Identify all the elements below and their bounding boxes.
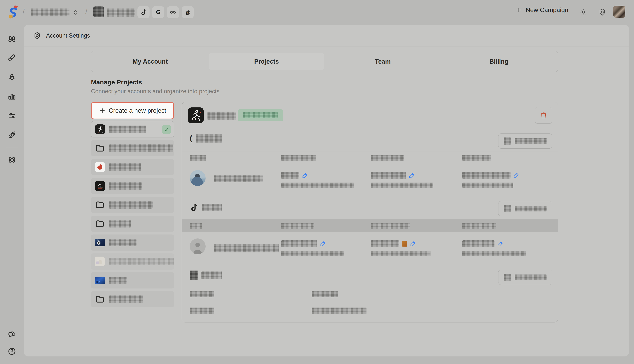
plus-icon: [99, 107, 106, 114]
create-project-button[interactable]: Create a new project: [91, 102, 174, 119]
col-header-redacted: [371, 155, 404, 161]
sliders-icon: [8, 112, 16, 121]
faded-thumb-icon: [95, 256, 104, 266]
tab-billing[interactable]: Billing: [442, 53, 556, 70]
chevrons-up-down-icon[interactable]: [72, 8, 78, 16]
account-name-redacted: [214, 244, 279, 252]
section1-title: (: [190, 134, 222, 142]
account-id-redacted: [462, 251, 526, 256]
settings-tabbar: My AccountProjectsTeamBilling: [91, 51, 558, 72]
cell-value: [462, 240, 504, 247]
section1-add-account-button[interactable]: [498, 134, 552, 148]
value-redacted: [281, 172, 299, 179]
tab-projects[interactable]: Projects: [209, 53, 324, 70]
create-project-label: Create a new project: [109, 107, 166, 114]
user-avatar[interactable]: [613, 6, 625, 18]
left-rail: [0, 25, 24, 166]
breadcrumb-separator: /: [85, 8, 88, 16]
app-logo-icon[interactable]: [8, 4, 19, 20]
edit-icon[interactable]: [410, 240, 416, 247]
project-item-8[interactable]: [91, 253, 174, 270]
edit-icon[interactable]: [302, 172, 308, 178]
chevrons-up-down-icon[interactable]: [186, 8, 192, 16]
rail-item-atom[interactable]: [6, 154, 18, 166]
account-id-redacted: [281, 182, 354, 188]
edit-icon[interactable]: [513, 172, 520, 178]
google-icon: G: [155, 9, 162, 16]
project-item-9[interactable]: [91, 272, 174, 288]
left-rail-bottom: [0, 329, 24, 358]
project-name-redacted: [109, 296, 143, 303]
chip-tiktok[interactable]: [138, 6, 150, 18]
project-avatar: [188, 108, 204, 123]
account-id-redacted: [371, 182, 433, 188]
col-header-redacted: [462, 223, 496, 229]
edit-icon[interactable]: [497, 240, 504, 247]
rail-item-chat[interactable]: [6, 329, 18, 340]
project-name-redacted[interactable]: [107, 8, 135, 17]
section2-add-account-button[interactable]: [498, 201, 552, 216]
project-item-5[interactable]: [91, 197, 174, 213]
project-name-redacted: [109, 276, 127, 284]
cell-value: [371, 172, 415, 179]
account-id-redacted: [462, 182, 513, 188]
edit-icon[interactable]: [320, 240, 326, 247]
divider: [182, 286, 558, 286]
badge-text-redacted: [243, 112, 278, 118]
new-campaign-label: New Campaign: [526, 6, 568, 14]
rail-item-bar-chart[interactable]: [6, 91, 18, 103]
rocket-icon: [8, 131, 16, 140]
button-label-redacted: [515, 138, 547, 144]
account-id-redacted: [371, 251, 430, 256]
folder-icon: [95, 219, 105, 229]
col-header-redacted: [190, 155, 206, 161]
project-name-redacted: [109, 144, 173, 152]
workspace-name-redacted[interactable]: [31, 8, 70, 16]
rail-item-help[interactable]: [6, 346, 18, 358]
delete-project-button[interactable]: [535, 107, 552, 124]
col-header-redacted: [462, 155, 491, 161]
button-label-redacted: [515, 274, 547, 280]
rail-item-binoculars[interactable]: [6, 33, 18, 45]
field-value-redacted: [312, 291, 338, 297]
account-avatar-photo: [190, 170, 206, 186]
meta-icon: [169, 9, 176, 16]
project-name-redacted: [109, 220, 131, 228]
rail-item-sliders[interactable]: [6, 110, 18, 122]
project-item-4[interactable]: Maz Dev: [91, 178, 174, 194]
folder-icon: [95, 200, 105, 210]
project-item-2[interactable]: [91, 140, 174, 156]
section3-add-account-button[interactable]: [498, 270, 552, 285]
value-redacted: [462, 240, 494, 247]
project-list: Maz Dev: [91, 121, 174, 307]
tab-team[interactable]: Team: [326, 53, 440, 70]
chip-meta[interactable]: [167, 6, 179, 18]
button-icon-redacted: [504, 274, 511, 281]
hexagon-gear-icon: [33, 32, 41, 40]
rail-item-rocket[interactable]: [6, 130, 18, 141]
project-item-7[interactable]: [91, 234, 174, 251]
edit-icon[interactable]: [408, 172, 415, 178]
project-item-10[interactable]: [91, 291, 174, 307]
rail-item-rocket-front[interactable]: [6, 72, 18, 84]
theme-toggle-button[interactable]: [579, 8, 588, 16]
button-icon-redacted: [504, 205, 511, 212]
project-detail-panel: (: [182, 102, 558, 322]
project-item-6[interactable]: [91, 216, 174, 232]
tab-my-account[interactable]: My Account: [93, 53, 208, 70]
project-item-3[interactable]: [91, 159, 174, 175]
settings-gear-button[interactable]: [598, 8, 607, 16]
soccer-icon: [95, 239, 105, 246]
project-title-redacted: [208, 112, 236, 120]
project-name-redacted: [109, 239, 136, 246]
project-item-1[interactable]: [91, 121, 174, 138]
account-name-redacted: [214, 175, 263, 182]
project-name-redacted: [109, 163, 141, 171]
section2-title: [189, 203, 222, 212]
new-campaign-button[interactable]: New Campaign: [516, 6, 568, 14]
account-id-redacted: [281, 251, 344, 256]
cell-value: [281, 172, 308, 179]
svg-text:G: G: [156, 9, 161, 16]
rail-item-paintbrush[interactable]: [6, 52, 18, 64]
chip-google[interactable]: G: [152, 6, 164, 18]
